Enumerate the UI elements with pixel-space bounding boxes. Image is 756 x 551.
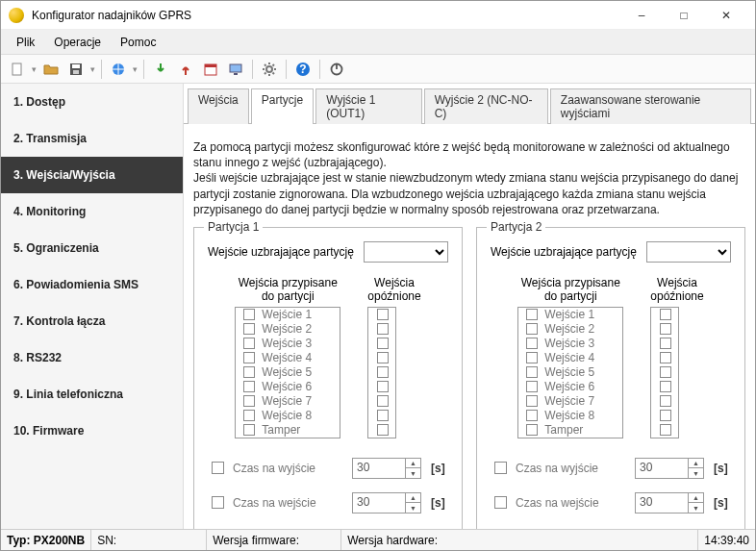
assign-checkbox[interactable] <box>243 352 255 363</box>
assign-checkbox[interactable] <box>243 410 255 421</box>
globe-icon[interactable] <box>108 59 129 80</box>
gear-icon[interactable] <box>259 59 280 80</box>
sidebar-item-6[interactable]: 7. Kontrola łącza <box>1 303 183 339</box>
exit-delay-checkbox[interactable] <box>212 462 224 474</box>
spin-down-icon[interactable]: ▼ <box>406 468 420 478</box>
sidebar-item-3[interactable]: 4. Monitoring <box>1 193 183 230</box>
arm-input-label: Wejście uzbrajające partycję <box>208 245 354 259</box>
sidebar-item-8[interactable]: 9. Linia telefoniczna <box>1 376 183 413</box>
input-row: Wejście 7 <box>236 394 340 409</box>
arm-input-select[interactable] <box>646 241 731 263</box>
sidebar-item-0[interactable]: 1. Dostęp <box>1 84 183 120</box>
exit-delay-spinner[interactable]: 30▲▼ <box>352 458 421 479</box>
tab-advanced[interactable]: Zaawansowane sterowanie wyjściami <box>550 88 751 124</box>
delayed-checkbox[interactable] <box>660 309 671 320</box>
assign-checkbox[interactable] <box>526 424 538 436</box>
delayed-list[interactable] <box>367 307 396 438</box>
delayed-checkbox[interactable] <box>660 381 671 392</box>
assign-checkbox[interactable] <box>526 338 538 349</box>
assign-checkbox[interactable] <box>526 366 538 378</box>
calendar-icon[interactable] <box>200 59 221 80</box>
delayed-checkbox[interactable] <box>377 395 389 407</box>
input-row: Tamper <box>236 423 340 438</box>
spin-up-icon[interactable]: ▲ <box>406 459 420 469</box>
delayed-checkbox[interactable] <box>660 323 671 335</box>
spin-up-icon[interactable]: ▲ <box>689 493 703 504</box>
entry-delay-checkbox[interactable] <box>494 496 507 509</box>
sidebar-item-2[interactable]: 3. Wejścia/Wyjścia <box>1 157 183 193</box>
save-icon[interactable] <box>65 59 87 80</box>
svg-rect-0 <box>13 63 21 75</box>
sidebar-item-5[interactable]: 6. Powiadomienia SMS <box>1 266 183 303</box>
assign-checkbox[interactable] <box>243 309 255 320</box>
upload-icon[interactable] <box>175 59 196 80</box>
power-icon[interactable] <box>326 59 347 80</box>
delayed-row <box>651 394 678 409</box>
assign-checkbox[interactable] <box>243 338 255 349</box>
download-icon[interactable] <box>150 59 171 80</box>
delayed-checkbox[interactable] <box>660 424 671 436</box>
delayed-checkbox[interactable] <box>377 381 389 392</box>
maximize-button[interactable]: □ <box>663 2 705 29</box>
delayed-checkbox[interactable] <box>377 309 389 320</box>
delayed-checkbox[interactable] <box>377 424 389 436</box>
spin-down-icon[interactable]: ▼ <box>689 468 703 478</box>
sidebar-item-7[interactable]: 8. RS232 <box>1 339 183 376</box>
assigned-list[interactable]: Wejście 1Wejście 2Wejście 3Wejście 4Wejś… <box>517 307 623 438</box>
monitor-icon[interactable] <box>225 59 246 80</box>
open-icon[interactable] <box>40 59 62 80</box>
sidebar-item-9[interactable]: 10. Firmware <box>1 413 183 449</box>
delayed-checkbox[interactable] <box>377 366 389 378</box>
assign-checkbox[interactable] <box>243 395 255 407</box>
exit-delay-checkbox[interactable] <box>494 462 507 474</box>
delayed-checkbox[interactable] <box>660 395 671 407</box>
delayed-list[interactable] <box>650 307 679 438</box>
delayed-checkbox[interactable] <box>377 410 389 421</box>
tab-inputs[interactable]: Wejścia <box>188 88 249 124</box>
tab-partitions[interactable]: Partycje <box>251 88 314 124</box>
arm-input-select[interactable] <box>364 241 448 263</box>
spin-up-icon[interactable]: ▲ <box>689 459 703 469</box>
assign-checkbox[interactable] <box>526 309 538 320</box>
assign-checkbox[interactable] <box>243 323 255 335</box>
delayed-checkbox[interactable] <box>660 366 671 378</box>
delayed-checkbox[interactable] <box>377 352 389 363</box>
assign-checkbox[interactable] <box>526 395 538 407</box>
menu-file[interactable]: Plik <box>7 32 44 53</box>
help-icon[interactable]: ? <box>292 59 314 80</box>
status-fw: Wersja firmware: <box>207 530 341 550</box>
menu-operations[interactable]: Operacje <box>44 32 111 53</box>
svg-rect-6 <box>205 64 216 67</box>
entry-delay-checkbox[interactable] <box>212 496 224 509</box>
delayed-header: Wejściaopóźnione <box>367 276 420 303</box>
delayed-checkbox[interactable] <box>660 352 671 363</box>
delayed-checkbox[interactable] <box>660 338 671 349</box>
delayed-row <box>368 365 395 380</box>
menu-help[interactable]: Pomoc <box>111 32 165 53</box>
assign-checkbox[interactable] <box>243 366 255 378</box>
tab-out2[interactable]: Wyjście 2 (NC-NO-C) <box>424 88 548 124</box>
spin-down-icon[interactable]: ▼ <box>406 503 420 513</box>
input-row: Wejście 3 <box>518 337 622 351</box>
delayed-checkbox[interactable] <box>660 410 671 421</box>
delayed-checkbox[interactable] <box>377 338 389 349</box>
entry-delay-spinner[interactable]: 30▲▼ <box>352 492 421 513</box>
new-icon[interactable] <box>7 59 28 80</box>
sidebar-item-4[interactable]: 5. Ograniczenia <box>1 230 183 266</box>
assign-checkbox[interactable] <box>526 410 538 421</box>
spin-down-icon[interactable]: ▼ <box>689 503 703 513</box>
tab-out1[interactable]: Wyjście 1 (OUT1) <box>315 88 421 124</box>
assign-checkbox[interactable] <box>526 381 538 392</box>
spin-up-icon[interactable]: ▲ <box>406 493 420 504</box>
assign-checkbox[interactable] <box>526 323 538 335</box>
minimize-button[interactable]: – <box>620 2 663 29</box>
sidebar-item-1[interactable]: 2. Transmisja <box>1 120 183 157</box>
exit-delay-spinner[interactable]: 30▲▼ <box>635 458 704 479</box>
close-button[interactable]: ✕ <box>705 2 747 29</box>
assign-checkbox[interactable] <box>243 381 255 392</box>
entry-delay-spinner[interactable]: 30▲▼ <box>635 492 704 513</box>
delayed-checkbox[interactable] <box>377 323 389 335</box>
assign-checkbox[interactable] <box>243 424 255 436</box>
assign-checkbox[interactable] <box>526 352 538 363</box>
assigned-list[interactable]: Wejście 1Wejście 2Wejście 3Wejście 4Wejś… <box>235 307 340 438</box>
